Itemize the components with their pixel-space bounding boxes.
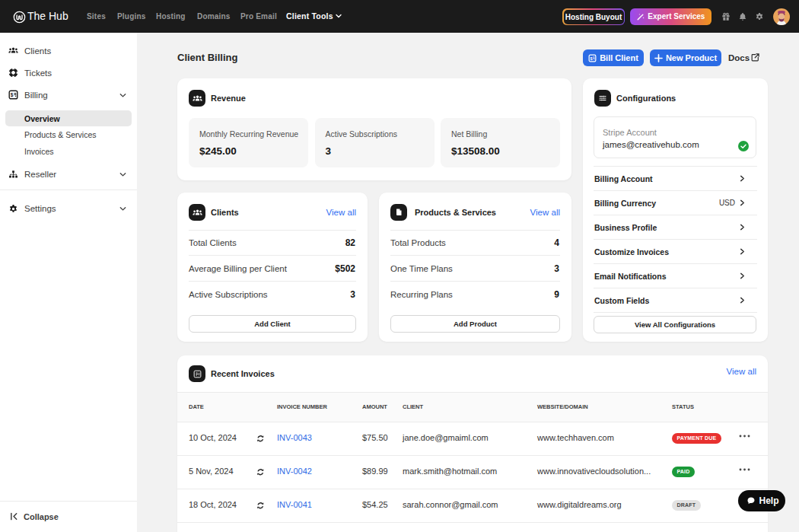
svg-text:$: $ [590, 56, 593, 60]
svg-text:$: $ [11, 92, 14, 98]
